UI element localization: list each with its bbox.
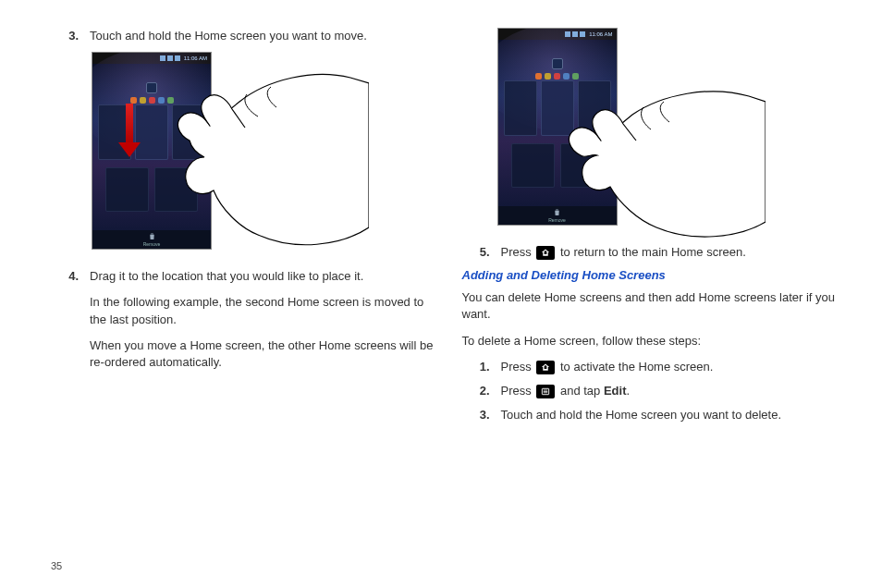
step-text: Press and tap Edit.	[501, 383, 846, 399]
step-number: 3.	[462, 407, 501, 423]
step-4: 4. Drag it to the location that you woul…	[51, 268, 435, 380]
menu-key-icon	[536, 385, 555, 398]
illustration-delete: 11:06 AM	[497, 28, 846, 231]
substep-2: 2. Press and tap Edit.	[462, 383, 846, 399]
step-number: 2.	[462, 383, 501, 399]
step-text: Press to activate the Home screen.	[501, 359, 846, 375]
paragraph: You can delete Home screens and then add…	[462, 289, 846, 323]
svg-rect-2	[544, 391, 548, 392]
step-number: 5.	[462, 244, 501, 261]
svg-rect-3	[544, 392, 548, 393]
paragraph: To delete a Home screen, follow these st…	[462, 333, 846, 349]
left-column: 3. Touch and hold the Home screen you wa…	[51, 28, 435, 431]
home-key-icon	[536, 246, 555, 260]
substep-1: 1. Press to activate the Home screen.	[462, 359, 846, 375]
step-5: 5. Press to return to the main Home scre…	[462, 244, 846, 261]
hand-gesture-icon	[553, 83, 766, 240]
step-text: When you move a Home screen, the other H…	[90, 337, 435, 371]
step-text: Touch and hold the Home screen you want …	[90, 28, 435, 44]
substep-3: 3. Touch and hold the Home screen you wa…	[462, 407, 846, 423]
step-number: 1.	[462, 359, 501, 375]
section-heading: Adding and Deleting Home Screens	[462, 268, 846, 282]
illustration-move: 11:06 AM	[92, 52, 435, 255]
page-number: 35	[51, 560, 62, 571]
step-number: 4.	[51, 268, 90, 380]
step-text: Touch and hold the Home screen you want …	[501, 407, 846, 423]
home-key-icon	[536, 361, 555, 374]
step-text: Drag it to the location that you would l…	[90, 268, 435, 285]
hand-gesture-icon	[156, 61, 369, 255]
svg-rect-1	[544, 390, 548, 391]
step-text: In the following example, the second Hom…	[90, 294, 435, 327]
step-text: Press to return to the main Home screen.	[501, 244, 846, 261]
step-3: 3. Touch and hold the Home screen you wa…	[51, 28, 435, 44]
right-column: 11:06 AM	[462, 28, 846, 431]
drag-arrow-icon	[120, 104, 139, 159]
step-number: 3.	[51, 28, 90, 44]
